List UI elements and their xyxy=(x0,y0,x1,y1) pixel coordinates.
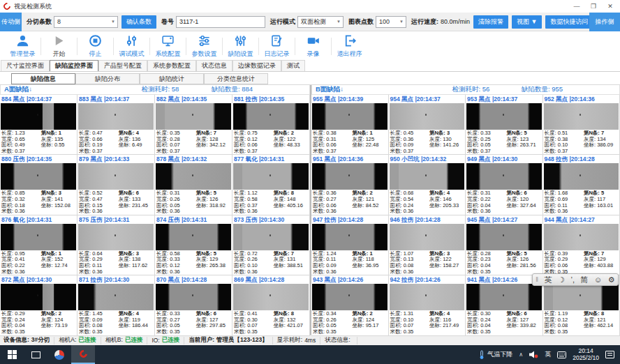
defect-cell[interactable]: 874 压伤 |20:14:31 长度: 0.58 宽度: 0.33 面积: 0… xyxy=(155,215,232,275)
clear-alarm-button[interactable]: 清除报警 xyxy=(473,15,508,29)
defect-image[interactable] xyxy=(312,103,388,130)
ime-item-2[interactable]: ’, xyxy=(570,275,575,284)
defect-image[interactable] xyxy=(544,163,619,190)
defect-image[interactable] xyxy=(544,103,619,130)
tool-stop-button[interactable]: 停止 xyxy=(78,31,112,61)
defect-image[interactable] xyxy=(233,284,309,310)
tool-tune-button[interactable]: 调试模式 xyxy=(115,31,149,61)
ime-drag-handle[interactable]: ‖ xyxy=(536,276,538,283)
defect-image[interactable] xyxy=(156,163,231,190)
maximize-button[interactable]: ❐ xyxy=(585,1,602,12)
defect-cell[interactable]: 943 黑点 |20:14:26 长度: 0.34 宽度: 0.26 面积: 0… xyxy=(311,275,389,335)
main-tab-4[interactable]: 状态信息 xyxy=(196,60,232,71)
view-menu-button[interactable]: 视图 ▼ xyxy=(512,15,542,29)
defect-cell[interactable]: 882 黑点 |20:14:35 长度: 0.35 宽度: 0.28 面积: 0… xyxy=(155,95,232,155)
defect-cell[interactable]: 950 小凹坑 |20:14:32 长度: 0.68 宽度: 0.54 面积: … xyxy=(389,155,466,215)
defect-image[interactable] xyxy=(78,103,154,130)
tool-slidersH-button[interactable]: 参数设置 xyxy=(187,31,221,61)
defect-image[interactable] xyxy=(390,224,465,250)
ime-item-5[interactable]: ⚙ xyxy=(608,275,615,285)
defect-image[interactable] xyxy=(466,224,542,250)
defect-image[interactable] xyxy=(1,284,76,310)
defect-image[interactable] xyxy=(390,284,465,310)
close-button[interactable]: ✕ xyxy=(602,1,619,12)
defect-cell[interactable]: 949 黑点 |20:14:30 长度: 0.31 宽度: 0.22 面积: 0… xyxy=(466,155,543,215)
sub-tab-1[interactable]: 缺陷分布 xyxy=(75,73,140,84)
defect-cell[interactable]: 884 黑点 |20:14:37 长度: 1.23 宽度: 0.65 面积: 0… xyxy=(0,95,78,155)
defect-cell[interactable]: 946 拉伤 |20:14:28 长度: 1.07 宽度: 0.13 面积: 0… xyxy=(389,215,466,275)
defect-cell[interactable]: 941 黑点 |20:14:26 长度: 0.30 宽度: 0.24 面积: 0… xyxy=(466,275,543,335)
defect-cell[interactable]: 945 黑点 |20:14:27 长度: 0.28 宽度: 0.23 面积: 0… xyxy=(466,215,543,275)
defect-cell[interactable]: 871 拉伤 |20:14:30 长度: 1.45 宽度: 0.09 面积: 0… xyxy=(78,275,155,335)
defect-image[interactable] xyxy=(390,163,465,190)
defect-image[interactable] xyxy=(312,163,388,190)
defect-image[interactable] xyxy=(1,103,76,130)
tool-slidersV-button[interactable]: 缺陷设置 xyxy=(223,31,258,61)
defect-cell[interactable]: 880 压伤 |20:14:35 长度: 0.85 宽度: 0.32 面积: 0… xyxy=(0,155,78,215)
defect-cell[interactable]: 883 黑点 |20:14:37 长度: 0.47 宽度: 0.66 面积: 0… xyxy=(78,95,155,155)
main-tab-1[interactable]: 缺陷监控界面 xyxy=(50,60,98,71)
defect-image[interactable] xyxy=(312,224,388,250)
defect-cell[interactable]: 875 压伤 |20:14:31 长度: 0.64 宽度: 0.29 面积: 0… xyxy=(78,215,155,275)
main-tab-3[interactable]: 系统参数配置 xyxy=(147,60,196,71)
defect-cell[interactable]: 955 黑点 |20:14:39 长度: 0.38 宽度: 0.31 面积: 0… xyxy=(311,95,389,155)
defect-cell[interactable]: 878 黑点 |20:14:32 长度: 0.31 宽度: 0.26 面积: 0… xyxy=(155,155,232,215)
operate-side-button[interactable]: 操作侧 xyxy=(589,13,620,31)
action-center-icon[interactable] xyxy=(605,351,614,358)
defect-image[interactable] xyxy=(156,103,231,130)
tool-camera-button[interactable]: 录像 xyxy=(296,31,330,61)
hidden-icons-button[interactable]: ∧ xyxy=(519,351,523,358)
touch-keyboard-icon[interactable] xyxy=(557,351,566,358)
defect-cell[interactable]: 879 黑点 |20:14:33 长度: 0.52 宽度: 0.47 面积: 0… xyxy=(78,155,155,215)
defect-cell[interactable]: 951 黑点 |20:14:36 长度: 0.36 宽度: 0.27 面积: 0… xyxy=(311,155,389,215)
defect-image[interactable] xyxy=(544,284,619,310)
defect-image[interactable] xyxy=(233,103,309,130)
defect-image[interactable] xyxy=(156,224,231,250)
defect-image[interactable] xyxy=(390,103,465,130)
defect-image[interactable] xyxy=(156,284,231,310)
defect-image[interactable] xyxy=(312,284,388,310)
defect-image[interactable] xyxy=(78,224,154,250)
input-language-indicator[interactable]: 英 xyxy=(545,350,551,359)
tool-log-button[interactable]: 日志记录 xyxy=(260,31,294,61)
taskbar-clock[interactable]: 20:14 2025/2/10 xyxy=(573,348,599,361)
defect-image[interactable] xyxy=(466,284,542,310)
defect-image[interactable] xyxy=(544,224,619,250)
defect-image[interactable] xyxy=(466,103,542,130)
defect-cell[interactable]: 947 拉伤 |20:14:28 长度: 1.24 宽度: 0.11 面积: 0… xyxy=(311,215,389,275)
task-view-button[interactable] xyxy=(24,345,47,364)
ime-item-3[interactable]: 简 xyxy=(580,275,588,285)
defect-cell[interactable]: 942 拉伤 |20:14:26 长度: 1.31 宽度: 0.10 面积: 0… xyxy=(389,275,466,335)
roll-number-input[interactable]: 3117-1 xyxy=(176,16,265,28)
defect-image[interactable] xyxy=(233,163,309,190)
taskbar-app-browser[interactable] xyxy=(47,345,71,364)
defect-cell[interactable]: 948 拉伤 |20:14:28 长度: 1.68 宽度: 0.69 面积: 0… xyxy=(543,155,620,215)
defect-cell[interactable]: 954 黑点 |20:14:37 长度: 0.45 宽度: 0.36 面积: 0… xyxy=(389,95,466,155)
defect-image[interactable] xyxy=(466,163,542,190)
defect-image[interactable] xyxy=(1,163,76,190)
tool-monitor-button[interactable]: 系统配置 xyxy=(151,31,185,61)
drive-side-button[interactable]: 传动侧 xyxy=(0,13,22,31)
sub-tab-0[interactable]: 缺陷信息 xyxy=(11,73,75,84)
tool-play-button[interactable]: 开始 xyxy=(42,31,76,61)
chart-points-select[interactable]: 100 ▼ xyxy=(376,16,406,28)
defect-cell[interactable]: 877 氧化 |20:14:31 长度: 1.12 宽度: 0.58 面积: 0… xyxy=(232,155,310,215)
main-tab-2[interactable]: 产品型号配置 xyxy=(98,60,147,71)
main-tab-6[interactable]: 测试 xyxy=(281,60,305,71)
defect-cell[interactable]: 944 黑点 |20:14:27 长度: 0.39 宽度: 0.29 面积: 0… xyxy=(543,215,620,275)
defect-cell[interactable]: 952 黑点 |20:14:36 长度: 0.51 宽度: 0.38 面积: 0… xyxy=(543,95,620,155)
defect-cell[interactable]: 881 拉伤 |20:14:35 长度: 0.75 宽度: 0.12 面积: 0… xyxy=(232,95,310,155)
confirm-count-button[interactable]: 确认条数 xyxy=(121,15,156,29)
tool-exit-button[interactable]: 退出程序 xyxy=(332,31,367,61)
main-tab-5[interactable]: 边缘数据记录 xyxy=(232,60,281,71)
minimize-button[interactable]: — xyxy=(568,1,585,12)
start-button[interactable] xyxy=(0,345,24,364)
ime-item-0[interactable]: 英 xyxy=(545,275,552,285)
defect-cell[interactable]: 870 黑点 |20:14:28 长度: 0.33 宽度: 0.27 面积: 0… xyxy=(155,275,232,335)
sub-tab-3[interactable]: 分类信息统计 xyxy=(204,73,268,84)
defect-cell[interactable]: 869 黑点 |20:14:28 长度: 0.41 宽度: 0.30 面积: 0… xyxy=(232,275,310,335)
defect-cell[interactable]: 873 压伤 |20:14:30 长度: 0.72 宽度: 0.26 面积: 0… xyxy=(232,215,310,275)
defect-image[interactable] xyxy=(78,284,154,310)
run-mode-select[interactable]: 双面检测 ▼ xyxy=(297,16,344,28)
defect-cell[interactable]: 953 黑点 |20:14:37 长度: 0.33 宽度: 0.25 面积: 0… xyxy=(466,95,543,155)
